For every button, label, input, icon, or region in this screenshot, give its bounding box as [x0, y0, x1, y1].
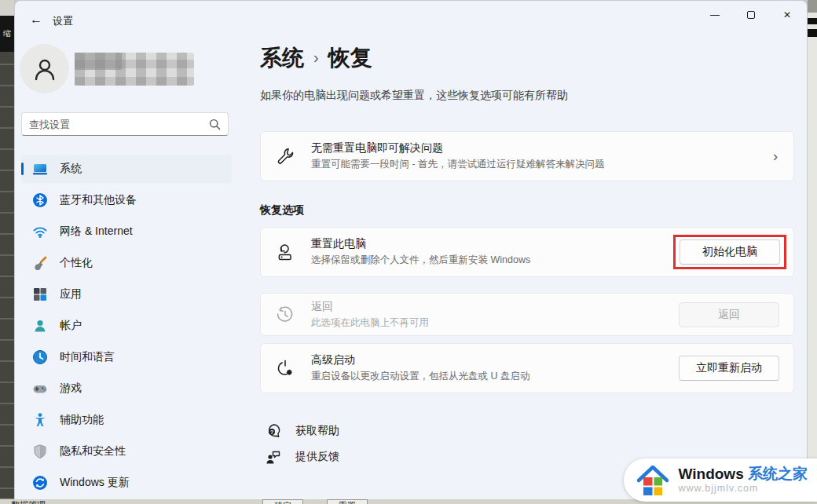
- reset-pc-desc: 选择保留或删除个人文件，然后重新安装 Windows: [311, 254, 658, 267]
- go-back-title: 返回: [311, 300, 663, 314]
- get-help-link[interactable]: ? 获取帮助: [265, 422, 339, 440]
- give-feedback-label: 提供反馈: [295, 450, 339, 464]
- sidebar-item-windows-update[interactable]: Windows 更新: [21, 469, 232, 497]
- back-button[interactable]: ←: [24, 9, 48, 30]
- sidebar-item-label: 网络 & Internet: [60, 225, 133, 239]
- sidebar-item-label: 应用: [60, 287, 82, 301]
- close-button[interactable]: ✕: [769, 1, 805, 29]
- person-icon: [31, 56, 58, 82]
- background-right-corner: [808, 0, 817, 13]
- accounts-icon: [32, 318, 48, 334]
- troubleshoot-card[interactable]: 无需重置电脑即可解决问题 重置可能需要一段时间 - 首先，请尝试通过运行疑难解答…: [260, 131, 794, 181]
- watermark-brand-en: Windows: [679, 466, 744, 482]
- background-right-band: [808, 18, 817, 24]
- restart-now-button[interactable]: 立即重新启动: [679, 356, 779, 381]
- sidebar-item-label: 隐私和安全性: [60, 444, 126, 458]
- window-title: 设置: [53, 14, 73, 28]
- gamepad-icon: [32, 381, 48, 396]
- section-header: 恢复选项: [260, 203, 304, 217]
- sidebar-item-network-internet[interactable]: 网络 & Internet: [21, 217, 232, 246]
- sidebar-item-privacy-security[interactable]: 隐私和安全性: [21, 437, 232, 466]
- sidebar-item-accessibility[interactable]: 辅助功能: [21, 406, 232, 434]
- background-window-right-sliver: [808, 0, 817, 504]
- power-gear-icon: [275, 359, 295, 378]
- sidebar-item-gaming[interactable]: 游戏: [21, 374, 232, 403]
- give-feedback-link[interactable]: 提供反馈: [265, 448, 339, 466]
- history-clock-icon: [275, 305, 295, 324]
- chevron-right-icon: ›: [773, 148, 779, 165]
- advanced-startup-title: 高级启动: [311, 353, 663, 367]
- sidebar-item-label: Windows 更新: [60, 476, 130, 490]
- sidebar-item-time-language[interactable]: 时间和语言: [21, 343, 232, 371]
- breadcrumb-separator-icon: ›: [313, 49, 319, 66]
- windows-home-logo-icon: [635, 464, 671, 497]
- page-subtitle: 如果你的电脑出现问题或希望重置，这些恢复选项可能有所帮助: [260, 89, 568, 103]
- screen: 缩 数据管理 确定 重置 ← 设置 — ✕: [0, 0, 817, 504]
- search-box: [21, 112, 229, 136]
- go-back-desc: 此选项在此电脑上不再可用: [311, 316, 663, 330]
- sidebar-item-label: 辅助功能: [60, 413, 104, 427]
- troubleshoot-desc: 重置可能需要一段时间 - 首先，请尝试通过运行疑难解答来解决问题: [311, 158, 757, 171]
- sidebar-item-label: 个性化: [60, 256, 93, 270]
- clock-icon: [32, 349, 48, 365]
- window-controls: — ✕: [697, 1, 805, 29]
- maximize-button[interactable]: [733, 1, 769, 29]
- system-icon: [32, 161, 48, 177]
- background-left-cap: [0, 0, 14, 16]
- settings-window: ← 设置 — ✕: [14, 0, 808, 499]
- sidebar-item-bluetooth-devices[interactable]: 蓝牙和其他设备: [21, 186, 232, 214]
- reset-pc-icon: [275, 243, 295, 261]
- reset-pc-card: 重置此电脑 选择保留或删除个人文件，然后重新安装 Windows 初始化电脑: [260, 227, 794, 277]
- reset-pc-button[interactable]: 初始化电脑: [680, 239, 780, 265]
- background-left-label: 缩: [0, 16, 14, 52]
- get-help-label: 获取帮助: [295, 424, 339, 438]
- help-bubble-icon: ?: [265, 422, 282, 440]
- maximize-icon: [747, 11, 755, 19]
- sidebar-item-system[interactable]: 系统: [21, 155, 232, 183]
- background-ok-button[interactable]: 确定: [262, 499, 303, 504]
- background-reset-button[interactable]: 重置: [327, 499, 368, 504]
- user-name-blurred: [75, 53, 194, 86]
- watermark-brand-zh: 系统之家: [748, 466, 808, 482]
- sidebar-nav: 系统 蓝牙和其他设备 网络 & Internet: [21, 155, 232, 499]
- minimize-icon: —: [710, 9, 720, 20]
- close-icon: ✕: [783, 9, 791, 20]
- back-arrow-icon: ←: [30, 13, 42, 27]
- advanced-startup-card: 高级启动 重启设备以更改启动设置，包括从光盘或 U 盘启动 立即重新启动: [260, 343, 794, 393]
- sidebar-item-apps[interactable]: 应用: [21, 280, 232, 309]
- avatar[interactable]: [20, 44, 69, 93]
- shield-icon: [32, 444, 48, 459]
- sidebar-item-label: 蓝牙和其他设备: [60, 193, 137, 207]
- troubleshoot-title: 无需重置电脑即可解决问题: [311, 141, 757, 155]
- background-bottom-partial-text: 数据管理: [11, 499, 46, 504]
- page-title: 恢复: [328, 46, 372, 70]
- reset-pc-title: 重置此电脑: [311, 237, 658, 251]
- sidebar-item-accounts[interactable]: 帐户: [21, 312, 232, 340]
- wrench-icon: [275, 147, 295, 166]
- background-right-band: [808, 29, 817, 37]
- search-input[interactable]: [29, 119, 209, 130]
- watermark-url: www.bjjmlv.com: [679, 483, 808, 494]
- sidebar-item-personalization[interactable]: 个性化: [21, 249, 232, 277]
- background-window-left-sliver: 缩: [0, 0, 14, 504]
- bluetooth-icon: [32, 192, 48, 208]
- sidebar-item-label: 帐户: [60, 319, 82, 333]
- breadcrumb-root[interactable]: 系统: [260, 46, 304, 70]
- advanced-startup-desc: 重启设备以更改启动设置，包括从光盘或 U 盘启动: [311, 370, 663, 383]
- breadcrumb: 系统›恢复: [260, 43, 372, 73]
- sidebar-item-label: 系统: [60, 162, 82, 176]
- minimize-button[interactable]: —: [697, 1, 733, 29]
- svg-text:?: ?: [270, 429, 274, 436]
- feedback-icon: [265, 448, 282, 466]
- wifi-icon: [32, 224, 48, 239]
- watermark-badge: Windows 系统之家 www.bjjmlv.com: [624, 458, 817, 502]
- paintbrush-icon: [32, 255, 48, 271]
- update-arrows-icon: [32, 475, 48, 491]
- apps-icon: [32, 287, 48, 302]
- sidebar-item-label: 游戏: [60, 382, 82, 396]
- sidebar-item-label: 时间和语言: [60, 350, 115, 364]
- accessibility-person-icon: [32, 412, 48, 428]
- go-back-button: 返回: [679, 302, 779, 327]
- go-back-card: 返回 此选项在此电脑上不再可用 返回: [260, 293, 794, 336]
- search-icon: [209, 119, 221, 130]
